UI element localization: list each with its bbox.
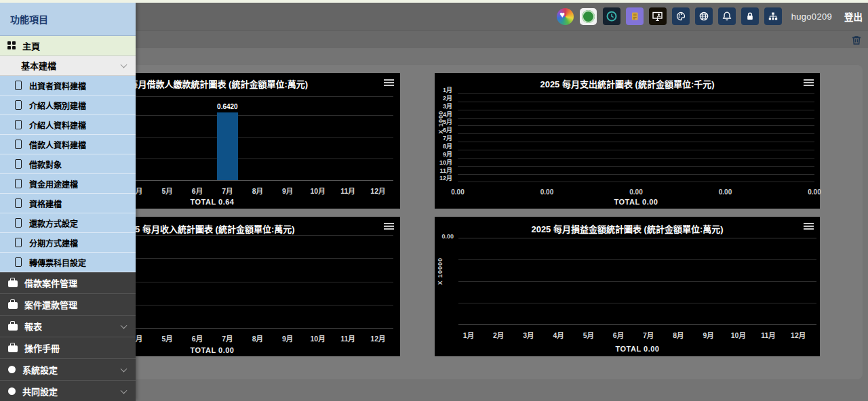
y-axis-tick-label: 7月 xyxy=(435,135,452,142)
sitemap-icon[interactable] xyxy=(764,7,782,25)
circle-icon xyxy=(8,387,16,395)
sidebar-item-label: 借款對象 xyxy=(29,159,62,170)
logout-button[interactable]: 登出 xyxy=(844,9,863,23)
x-axis-tick-label: 6月 xyxy=(192,333,203,343)
lock-icon[interactable] xyxy=(741,7,759,25)
sidebar-item-common-settings[interactable]: 共同設定 xyxy=(0,381,136,401)
x-axis-tick-label: 10月 xyxy=(311,186,326,196)
x-axis-tick-label: 7月 xyxy=(222,186,233,196)
chart-menu-icon[interactable] xyxy=(384,79,394,87)
bell-icon[interactable] xyxy=(718,7,736,25)
x-axis-tick-label: 4月 xyxy=(553,330,564,340)
y-axis-tick-label: 2月 xyxy=(435,95,452,102)
gridline xyxy=(458,303,816,303)
sidebar-item-reports[interactable]: 報表 xyxy=(0,316,136,337)
briefcase-icon xyxy=(8,280,18,287)
grid-icon xyxy=(7,41,16,49)
sidebar-item-label: 主頁 xyxy=(22,39,40,52)
x-axis-value-label: 0.00 xyxy=(629,188,642,196)
sidebar-item-system-settings[interactable]: 系統設定 xyxy=(0,359,136,381)
chart-menu-icon[interactable] xyxy=(384,223,394,231)
checkbox-icon xyxy=(15,159,22,169)
gridline xyxy=(458,93,814,94)
trash-icon[interactable] xyxy=(850,34,863,46)
checkbox-icon xyxy=(15,140,22,149)
colorful-logo-icon[interactable] xyxy=(557,7,574,25)
sidebar-title: 功能項目 xyxy=(0,3,136,36)
sidebar-item-qualification[interactable]: 資格建檔 xyxy=(0,194,136,213)
sidebar-item-loan-target[interactable]: 借款對象 xyxy=(0,154,136,174)
sidebar-item-referrer-category[interactable]: 介紹人類別建檔 xyxy=(0,96,136,115)
sidebar-item-label: 出資者資料建檔 xyxy=(29,80,86,91)
chart-card-monthly-profit-loss: 2025 每月損益金額統計圖表 (統計金額單位:萬元) 0.001月2月3月4月… xyxy=(435,217,820,356)
globe-icon[interactable] xyxy=(695,7,713,25)
x-axis-tick-label: 3月 xyxy=(523,330,534,340)
sidebar-item-basic-setup[interactable]: 基本建檔 xyxy=(0,56,136,76)
gridline xyxy=(458,133,814,134)
y-axis-tick-label: 3月 xyxy=(435,103,452,110)
y-axis-zero-label: 0.00 xyxy=(439,233,454,240)
x-axis-tick-label: 9月 xyxy=(703,330,713,340)
x-axis-tick-label: 8月 xyxy=(673,330,684,340)
chart-menu-icon[interactable] xyxy=(804,79,814,87)
x-axis-tick-label: 6月 xyxy=(192,186,203,196)
gridline xyxy=(458,110,814,110)
gridline xyxy=(458,259,816,260)
y-axis-unit-label: X 1000 xyxy=(437,110,444,134)
username-label: hugo0209 xyxy=(791,12,832,22)
gridline xyxy=(458,281,816,282)
briefcase-icon xyxy=(8,302,18,309)
sidebar-item-loan-case-mgmt[interactable]: 借款案件管理 xyxy=(0,272,136,294)
x-axis-value-label: 0.00 xyxy=(808,188,821,196)
sidebar-item-repayment-method[interactable]: 還款方式設定 xyxy=(0,213,136,233)
sidebar-item-voucher-subject[interactable]: 轉傳票科目設定 xyxy=(0,253,136,272)
sidebar-item-investor-data[interactable]: 出資者資料建檔 xyxy=(0,76,136,96)
y-axis-tick-label: 11月 xyxy=(435,167,452,174)
sidebar-item-label: 報表 xyxy=(24,320,42,333)
checkbox-icon xyxy=(15,198,22,208)
x-axis-value-label: 0.00 xyxy=(719,188,732,196)
chart-card-monthly-expense: 2025 每月支出統計圖表 (統計金額單位:千元) 1月2月3月4月5月6月7月… xyxy=(435,73,820,209)
sidebar-item-referrer-data[interactable]: 介紹人資料建檔 xyxy=(0,115,136,135)
sidebar-item-case-repayment-mgmt[interactable]: 案件還款管理 xyxy=(0,294,136,316)
top-strip xyxy=(0,0,868,3)
briefcase-icon xyxy=(8,345,18,352)
checkbox-icon xyxy=(15,100,22,110)
sidebar-item-label: 分期方式建檔 xyxy=(29,237,78,249)
sidebar-item-manual[interactable]: 操作手冊 xyxy=(0,337,136,359)
gridline xyxy=(458,150,814,150)
sidebar-item-label: 借款案件管理 xyxy=(24,276,77,289)
sidebar-item-borrower-data[interactable]: 借款人資料建檔 xyxy=(0,135,136,154)
x-axis-tick-label: 11月 xyxy=(340,333,355,343)
palette-icon[interactable] xyxy=(672,7,690,25)
sidebar: 功能項目 主頁基本建檔出資者資料建檔介紹人類別建檔介紹人資料建檔借款人資料建檔借… xyxy=(0,3,136,401)
x-axis-tick-label: 11月 xyxy=(340,186,355,196)
gridline xyxy=(458,174,814,175)
circle-icon xyxy=(8,366,16,373)
gridline xyxy=(458,158,814,159)
sidebar-item-label: 轉傳票科目設定 xyxy=(29,257,86,268)
sidebar-item-home[interactable]: 主頁 xyxy=(0,36,136,56)
checkbox-icon xyxy=(15,81,22,90)
chevron-down-icon xyxy=(121,322,127,329)
clock-icon[interactable] xyxy=(603,7,620,25)
sidebar-item-installment-method[interactable]: 分期方式建檔 xyxy=(0,233,136,253)
scroll-icon[interactable] xyxy=(626,7,644,25)
gridline xyxy=(458,182,814,182)
presentation-icon[interactable] xyxy=(649,7,667,25)
chart-menu-icon[interactable] xyxy=(804,223,814,231)
x-axis-tick-label: 10月 xyxy=(731,330,746,340)
y-axis-tick-label: 8月 xyxy=(435,143,452,150)
x-axis-tick-label: 8月 xyxy=(252,186,263,196)
x-axis-tick-label: 1月 xyxy=(463,330,474,340)
y-axis-tick-label: 10月 xyxy=(435,159,452,166)
x-axis-tick-label: 5月 xyxy=(583,330,594,340)
sidebar-item-fund-usage[interactable]: 資金用途建檔 xyxy=(0,174,136,194)
x-axis-line xyxy=(458,324,816,325)
sidebar-item-label: 系統設定 xyxy=(22,363,58,376)
zero-gridline xyxy=(458,238,816,238)
sidebar-item-label: 介紹人類別建檔 xyxy=(29,100,86,111)
gridline xyxy=(458,142,814,142)
sidebar-item-label: 操作手冊 xyxy=(24,341,60,354)
finance-app-icon[interactable] xyxy=(580,7,597,25)
